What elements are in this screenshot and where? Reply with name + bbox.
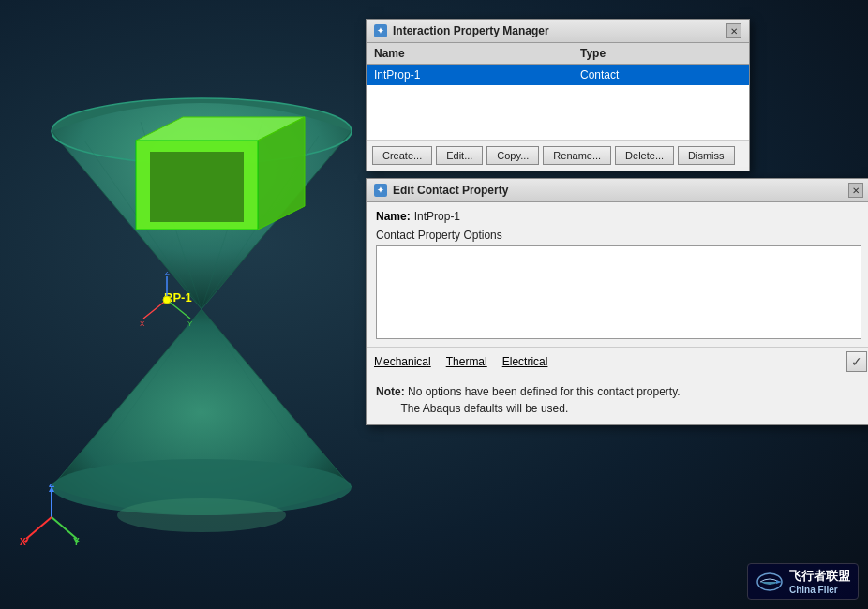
svg-text:Z: Z [49,484,54,489]
ecp-note-area: Note: No options have been defined for t… [367,376,868,424]
edit-button[interactable]: Edit... [436,146,483,165]
tab-thermal[interactable]: Thermal [439,353,495,370]
svg-text:Y: Y [187,319,193,328]
rename-button[interactable]: Rename... [543,146,611,165]
ecp-dialog: ✦ Edit Contact Property ✕ Name: IntProp-… [366,178,868,425]
ipm-title: Interaction Property Manager [393,24,549,37]
ipm-buttons-row: Create... Edit... Copy... Rename... Dele… [367,140,749,171]
tab-mechanical[interactable]: Mechanical [367,353,439,370]
svg-point-3 [117,498,286,532]
watermark-main: 飞行者联盟 [789,568,850,585]
ecp-content: Name: IntProp-1 Contact Property Options [367,202,868,347]
axis-indicator: Z X Y [19,484,84,553]
ecp-title: Edit Contact Property [393,184,508,197]
svg-text:Z: Z [165,272,170,276]
svg-line-26 [52,517,77,539]
dismiss-button[interactable]: Dismiss [678,146,735,165]
ipm-cell-name: IntProp-1 [367,65,573,85]
svg-point-18 [163,296,171,304]
ecp-name-value: IntProp-1 [414,210,460,223]
ipm-close-button[interactable]: ✕ [726,23,741,38]
ecp-name-row: Name: IntProp-1 [376,210,861,223]
svg-line-16 [143,300,167,319]
svg-text:X: X [20,537,26,547]
ecp-check-button[interactable]: ✓ [846,351,867,372]
copy-button[interactable]: Copy... [486,146,539,165]
ipm-col-name: Name [367,43,573,64]
tab-electrical[interactable]: Electrical [495,353,556,370]
svg-rect-8 [150,152,244,222]
ipm-titlebar[interactable]: ✦ Interaction Property Manager ✕ [367,20,749,43]
rp-axis-cross: Z X Y [139,272,195,328]
svg-line-24 [26,517,52,539]
ipm-cell-type: Contact [573,65,749,85]
watermark-sub: China Flier [789,585,850,595]
delete-button[interactable]: Delete... [615,146,674,165]
ecp-options-box [376,245,861,339]
ecp-note-bold: Note: [376,385,405,398]
ecp-tabs-row: Mechanical Thermal Electrical ✓ [367,347,868,376]
ecp-note-text: No options have been defined for this co… [376,385,681,415]
create-button[interactable]: Create... [372,146,432,165]
ipm-col-type: Type [573,43,749,64]
ipm-row[interactable]: IntProp-1 Contact [367,65,749,85]
watermark: 飞行者联盟 China Flier [747,563,859,600]
ipm-icon: ✦ [374,24,387,37]
ecp-close-button[interactable]: ✕ [848,183,863,198]
ipm-table-header: Name Type [367,43,749,65]
svg-text:Y: Y [73,537,80,547]
ecp-options-label: Contact Property Options [376,229,861,242]
ipm-table-body: IntProp-1 Contact [367,65,749,140]
ipm-dialog: ✦ Interaction Property Manager ✕ Name Ty… [366,19,750,171]
svg-text:X: X [140,319,145,328]
ecp-icon: ✦ [374,184,387,197]
ecp-name-label: Name: [376,210,411,223]
svg-line-17 [167,300,190,319]
ecp-titlebar[interactable]: ✦ Edit Contact Property ✕ [367,179,868,202]
